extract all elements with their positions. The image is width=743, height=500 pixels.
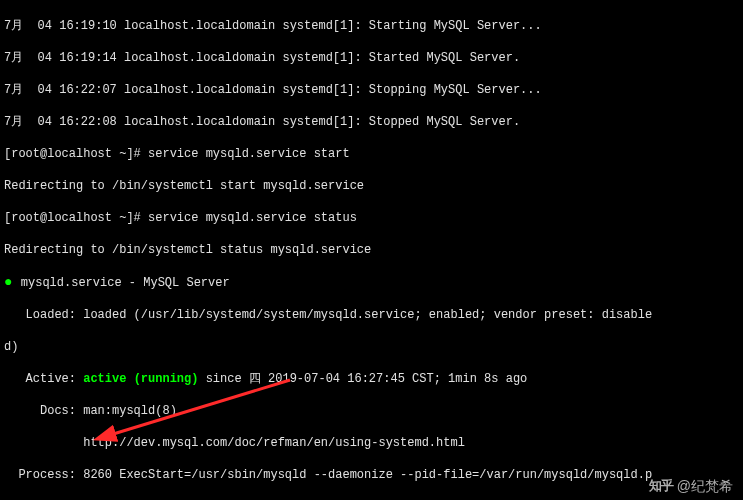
- docs-line: Docs: man:mysqld(8): [4, 403, 739, 419]
- service-header: ● mysqld.service - MySQL Server: [4, 274, 739, 291]
- log-line: Redirecting to /bin/systemctl start mysq…: [4, 178, 739, 194]
- zhihu-logo-icon: 知乎: [649, 478, 673, 494]
- active-status: active (running): [83, 372, 198, 386]
- terminal-output[interactable]: 7月 04 16:19:10 localhost.localdomain sys…: [0, 0, 743, 500]
- docs-url: http://dev.mysql.com/doc/refman/en/using…: [4, 435, 739, 451]
- prompt-line: [root@localhost ~]# service mysqld.servi…: [4, 210, 739, 226]
- watermark-text: @纪梵希: [677, 478, 733, 494]
- status-dot-icon: ●: [4, 274, 21, 290]
- loaded-line-wrap: d): [4, 339, 739, 355]
- loaded-line: Loaded: loaded (/usr/lib/systemd/system/…: [4, 307, 739, 323]
- active-line: Active: active (running) since 四 2019-07…: [4, 371, 739, 387]
- log-line: 7月 04 16:22:07 localhost.localdomain sys…: [4, 82, 739, 98]
- log-line: 7月 04 16:19:14 localhost.localdomain sys…: [4, 50, 739, 66]
- process-line: Process: 8260 ExecStart=/usr/sbin/mysqld…: [4, 467, 739, 483]
- log-line: 7月 04 16:19:10 localhost.localdomain sys…: [4, 18, 739, 34]
- log-line: 7月 04 16:22:08 localhost.localdomain sys…: [4, 114, 739, 130]
- log-line: Redirecting to /bin/systemctl status mys…: [4, 242, 739, 258]
- watermark: 知乎 @纪梵希: [649, 478, 733, 494]
- prompt-line: [root@localhost ~]# service mysqld.servi…: [4, 146, 739, 162]
